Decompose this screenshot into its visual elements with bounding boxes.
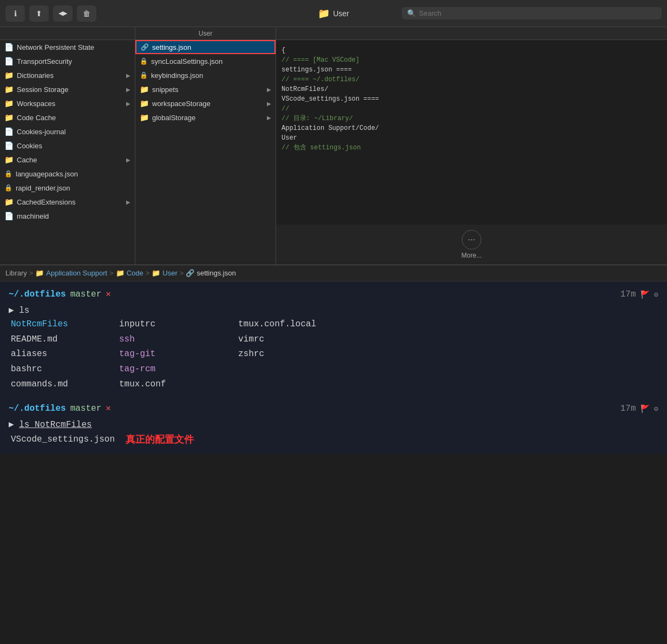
json-icon: 🔒 — [140, 57, 148, 65]
file-notrcm: NotRcmFiles — [11, 318, 119, 332]
list-item[interactable]: 🔗settings.json — [135, 40, 276, 54]
item-name-text: Dictionaries — [17, 71, 123, 80]
file-zshrc: zshrc — [238, 347, 401, 362]
bc-user: 📁 User — [152, 269, 177, 277]
term-files-2: VScode_settings.json 真正的配置文件 — [11, 432, 658, 448]
search-bar[interactable]: 🔍 — [402, 7, 662, 19]
item-name-text: Network Persistent State — [17, 43, 130, 51]
list-item[interactable]: 📄TransportSecurity — [0, 54, 135, 68]
terminal: ~/.dotfiles master ✕ 17m 🚩 ⊙ ▶ ls NotRcm… — [0, 281, 667, 454]
list-item[interactable]: 📁Cache▶ — [0, 153, 135, 167]
file-tmux-local: tmux.conf.local — [238, 318, 401, 332]
chevron-icon: ▶ — [267, 115, 271, 121]
list-item[interactable]: 🔒syncLocalSettings.json — [135, 54, 276, 68]
symlink-icon: 🔗 — [141, 43, 149, 51]
list-item[interactable]: 📄Network Persistent State — [0, 40, 135, 54]
list-item[interactable]: 📁Dictionaries▶ — [0, 68, 135, 82]
list-item[interactable]: 📁globalStorage▶ — [135, 110, 276, 124]
term-flag-2: 🚩 — [640, 403, 650, 415]
term-branch-1: master — [70, 288, 102, 302]
json-icon: 🔒 — [4, 184, 12, 192]
list-item[interactable]: 📄Cookies-journal — [0, 124, 135, 139]
term-prompt-1: ~/.dotfiles master ✕ 17m 🚩 ⊙ — [9, 288, 658, 302]
col1-header — [0, 27, 135, 40]
term-dot-2: ⊙ — [654, 403, 658, 415]
folder-icon: 📁 — [140, 99, 149, 108]
chevron-icon: ▶ — [267, 87, 271, 93]
item-name-text: Code Cache — [17, 114, 130, 122]
more-button-area[interactable]: ··· More... — [276, 225, 667, 265]
item-name-text: settings.json — [152, 43, 270, 51]
term-time-1: 17m — [620, 288, 636, 302]
bc-library: Library — [5, 269, 27, 277]
more-label: More... — [461, 252, 481, 259]
term-files-1: NotRcmFiles inputrc tmux.conf.local READ… — [11, 318, 658, 391]
json-icon: 🔒 — [4, 170, 12, 178]
toolbar: ℹ ⬆ ◀▶ 🗑 — [5, 5, 96, 22]
true-config-annotation: 真正的配置文件 — [126, 432, 194, 448]
list-item[interactable]: 🔒keybindings.json — [135, 68, 276, 82]
term-x-2: ✕ — [106, 402, 111, 416]
folder-icon-code: 📁 — [116, 269, 125, 277]
item-name-text: keybindings.json — [151, 71, 271, 80]
file-icon: 📄 — [4, 127, 14, 136]
folder-icon-user: 📁 — [152, 269, 160, 277]
item-name-text: syncLocalSettings.json — [151, 57, 271, 65]
term-cmd-1: ▶ ls — [9, 304, 658, 318]
list-item[interactable]: 📄machineid — [0, 209, 135, 223]
folder-icon-appsupport: 📁 — [35, 269, 44, 277]
share-button[interactable]: ⬆ — [29, 5, 49, 22]
list-item[interactable]: 📁snippets▶ — [135, 82, 276, 96]
term-prompt-2: ~/.dotfiles master ✕ 17m 🚩 ⊙ — [9, 402, 658, 416]
term-path-1: ~/.dotfiles — [9, 288, 66, 302]
list-item[interactable]: 📁Session Storage▶ — [0, 82, 135, 96]
search-input[interactable] — [419, 9, 656, 17]
title-bar: ℹ ⬆ ◀▶ 🗑 📁 User 🔍 — [0, 0, 667, 27]
column-1: 📄Network Persistent State📄TransportSecur… — [0, 27, 135, 265]
col2-header-text: User — [199, 30, 212, 37]
item-name-text: Cookies — [17, 142, 130, 150]
file-tmuxconf: tmux.conf — [119, 378, 238, 392]
list-item[interactable]: 📁CachedExtensions▶ — [0, 195, 135, 209]
window-title: 📁 User — [318, 8, 349, 19]
file-ssh: ssh — [119, 333, 238, 347]
term-branch-2: master — [70, 402, 102, 416]
col3-header — [276, 27, 667, 40]
folder-icon: 📁 — [4, 99, 14, 108]
item-name-text: workspaceStorage — [152, 100, 264, 108]
item-name-text: Workspaces — [17, 100, 123, 108]
term-path-2: ~/.dotfiles — [9, 402, 66, 416]
term-x-1: ✕ — [106, 288, 111, 302]
file-taggit: tag-git — [119, 347, 238, 362]
chevron-icon: ▶ — [126, 73, 130, 78]
col2-items: 🔗settings.json🔒syncLocalSettings.json🔒ke… — [135, 40, 276, 265]
bc-sep3: > — [146, 269, 150, 277]
finder-area: 📄Network Persistent State📄TransportSecur… — [0, 27, 667, 265]
back-forward-button[interactable]: ◀▶ — [53, 5, 73, 22]
term-flag-1: 🚩 — [640, 289, 650, 301]
list-item[interactable]: 📁workspaceStorage▶ — [135, 96, 276, 110]
list-item[interactable]: 🔒languagepacks.json — [0, 167, 135, 181]
list-item[interactable]: 📁Workspaces▶ — [0, 96, 135, 110]
term-time-2: 17m — [620, 402, 636, 416]
item-name-text: globalStorage — [152, 114, 264, 122]
chevron-icon: ▶ — [126, 87, 130, 93]
folder-icon: 📁 — [140, 113, 149, 122]
file-vscode-settings: VScode_settings.json — [11, 433, 115, 447]
json-icon: 🔒 — [140, 71, 148, 79]
list-item[interactable]: 🔒rapid_render.json — [0, 181, 135, 195]
bc-sep1: > — [29, 269, 34, 277]
chevron-icon: ▶ — [267, 101, 271, 107]
item-name-text: machineid — [17, 212, 130, 220]
title-text: User — [333, 9, 349, 18]
bc-appsupport: 📁 Application Support — [35, 269, 107, 277]
info-button[interactable]: ℹ — [5, 5, 25, 22]
list-item[interactable]: 📁Code Cache — [0, 110, 135, 124]
chevron-icon: ▶ — [126, 157, 130, 163]
list-item[interactable]: 📄Cookies — [0, 139, 135, 153]
preview-pane: { // ==== [Mac VSCode] settings.json ===… — [276, 40, 667, 225]
file-icon: 📄 — [4, 57, 14, 65]
delete-button[interactable]: 🗑 — [77, 5, 96, 22]
item-name-text: Cache — [17, 156, 123, 164]
item-name-text: Session Storage — [17, 86, 123, 94]
